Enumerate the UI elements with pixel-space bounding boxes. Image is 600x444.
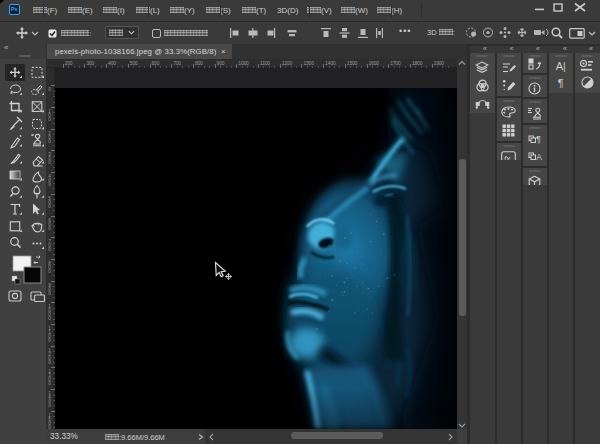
svg-text:A: A <box>536 152 542 162</box>
svg-text:¶: ¶ <box>536 134 541 144</box>
